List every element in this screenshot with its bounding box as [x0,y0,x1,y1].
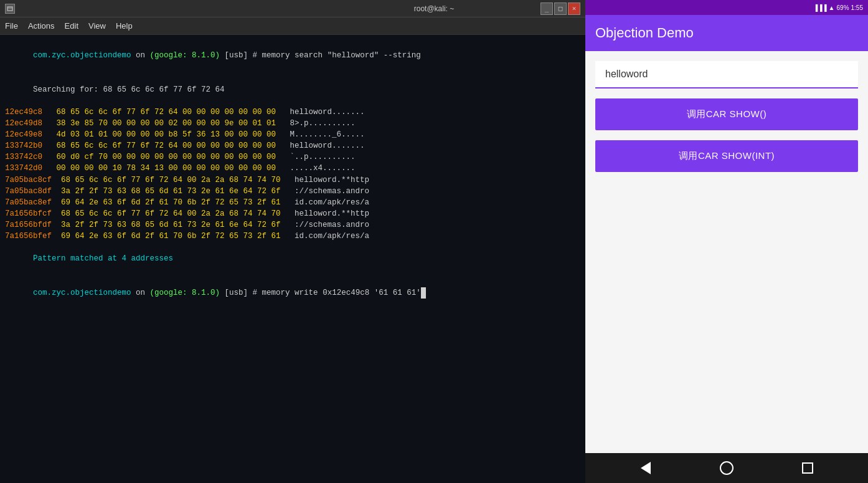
term-line-11: 7a05bac8ef 69 64 2e 63 6f 6d 2f 61 70 6b… [5,197,580,208]
menu-file[interactable]: File [5,21,18,31]
android-app-header: Objection Demo [585,15,868,51]
term-line-9: 7a05bac8cf 68 65 6c 6c 6f 77 6f 72 64 00… [5,175,580,186]
term-line-14: 7a1656bfef 69 64 2e 63 6f 6d 2f 61 70 6b… [5,231,580,242]
terminal-window: root@kali: ~ _ □ × File Actions Edit Vie… [0,0,585,483]
close-button[interactable]: × [568,2,580,15]
terminal-menubar: File Actions Edit View Help [0,17,585,35]
term-line-1: com.zyc.objectiondemo on (google: 8.1.0)… [5,39,580,72]
nav-home-button[interactable] [717,458,737,478]
term-line-3: 12ec49c8 68 65 6c 6c 6f 77 6f 72 64 00 0… [5,107,580,118]
titlebar-left [5,4,15,14]
android-navbar [585,453,868,483]
prompt-1: com.zyc.objectiondemo [33,51,131,60]
term-line-8: 133742d0 00 00 00 00 10 78 34 13 00 00 0… [5,163,580,174]
wifi-icon: ▲ [829,4,835,11]
car-show-int-button[interactable]: 调用CAR SHOW(INT) [595,140,858,172]
time-text: 1:55 [851,4,863,11]
terminal-title: root@kali: ~ [414,4,455,13]
home-icon [720,461,734,475]
nav-back-button[interactable] [636,458,656,478]
text-display-field[interactable]: helloword [595,61,858,88]
term-line-6: 133742b0 68 65 6c 6c 6f 77 6f 72 64 00 0… [5,140,580,151]
svg-rect-0 [7,7,12,11]
recent-icon [802,462,813,474]
minimize-button[interactable]: _ [540,2,553,15]
app-title: Objection Demo [595,25,694,41]
term-line-2: Searching for: 68 65 6c 6c 6f 77 6f 72 6… [5,72,580,106]
terminal-body[interactable]: com.zyc.objectiondemo on (google: 8.1.0)… [0,35,585,483]
window-controls[interactable]: _ □ × [540,2,580,15]
maximize-button[interactable]: □ [554,2,567,15]
menu-help[interactable]: Help [116,21,133,31]
terminal-cursor [421,287,426,299]
back-icon [641,462,651,474]
term-line-5: 12ec49e8 4d 03 01 01 00 00 00 00 b8 5f 3… [5,129,580,140]
term-line-4: 12ec49d8 38 3e 85 70 00 00 00 00 02 00 0… [5,118,580,129]
window-icon [5,4,15,14]
term-line-13: 7a1656bfdf 3a 2f 2f 73 63 68 65 6d 61 73… [5,219,580,231]
android-device: ▐▐▐ ▲ 69% 1:55 Objection Demo helloword … [585,0,868,483]
battery-text: 69% [837,4,849,11]
signal-icon: ▐▐▐ [813,4,826,11]
term-line-last: com.zyc.objectiondemo on (google: 8.1.0)… [5,276,580,310]
term-line-pattern: Pattern matched at 4 addresses [5,242,580,275]
menu-actions[interactable]: Actions [28,21,55,31]
android-statusbar: ▐▐▐ ▲ 69% 1:55 [585,0,868,15]
term-line-12: 7a1656bfcf 68 65 6c 6c 6f 77 6f 72 64 00… [5,208,580,219]
terminal-titlebar: root@kali: ~ _ □ × [0,0,585,17]
term-line-7: 133742c0 60 d0 cf 70 00 00 00 00 00 00 0… [5,151,580,163]
menu-edit[interactable]: Edit [65,21,78,31]
menu-view[interactable]: View [88,21,106,31]
term-line-10: 7a05bac8df 3a 2f 2f 73 63 68 65 6d 61 73… [5,186,580,197]
android-app-content: helloword 调用CAR SHOW() 调用CAR SHOW(INT) [585,51,868,453]
status-icons: ▐▐▐ ▲ 69% 1:55 [813,4,863,11]
nav-recent-button[interactable] [798,458,818,478]
car-show-button[interactable]: 调用CAR SHOW() [595,98,858,130]
